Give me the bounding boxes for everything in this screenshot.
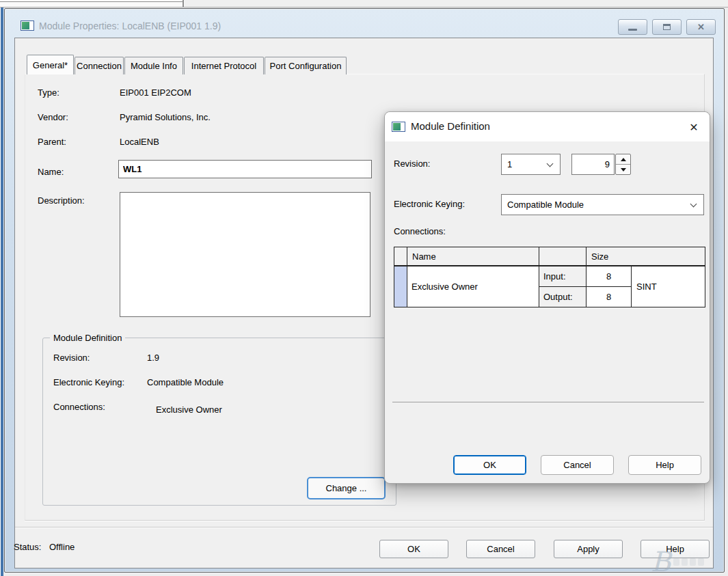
revision-major-value: 1 — [507, 159, 512, 169]
minimize-button[interactable] — [618, 19, 647, 35]
maximize-icon — [663, 24, 671, 30]
help-button[interactable]: Help — [641, 540, 710, 558]
tab-general-label: General* — [33, 60, 68, 70]
tab-connection[interactable]: Connection — [75, 57, 124, 74]
status-label: Status: — [14, 542, 41, 552]
dialog-help-label: Help — [656, 460, 674, 470]
revision-minor-spinner[interactable] — [615, 154, 631, 175]
ok-button-label: OK — [407, 544, 420, 554]
help-button-label: Help — [666, 544, 684, 554]
row-selector-cell[interactable] — [394, 266, 407, 307]
dialog-title: Module Definition — [411, 120, 490, 132]
electronic-keying-dropdown[interactable]: Compatible Module — [501, 194, 704, 215]
dialog-ok-label: OK — [483, 460, 496, 470]
dialog-close-icon: ✕ — [689, 121, 698, 134]
dialog-close-button[interactable]: ✕ — [686, 120, 701, 135]
background-rule — [0, 1, 183, 2]
background-tick — [183, 0, 184, 7]
tab-internet-protocol-label: Internet Protocol — [191, 61, 256, 71]
background-left-edge — [0, 8, 3, 576]
input-size-cell[interactable]: 8 — [587, 266, 632, 287]
cancel-button[interactable]: Cancel — [466, 540, 535, 558]
background-strip — [185, 0, 728, 7]
tab-connection-label: Connection — [77, 61, 122, 71]
table-header-size: Size — [587, 247, 705, 266]
dialog-ok-button[interactable]: OK — [453, 455, 526, 475]
background-divider — [0, 7, 728, 8]
module-definition-dialog: Module Definition ✕ Revision: 1 9 Electr… — [384, 111, 710, 484]
window-title: Module Properties: LocalENB (EIP001 1.9) — [39, 20, 221, 31]
output-size-cell[interactable]: 8 — [587, 287, 632, 307]
data-type-cell[interactable]: SINT — [632, 266, 705, 307]
ok-button[interactable]: OK — [379, 540, 448, 558]
dialog-keying-label: Electronic Keying: — [394, 199, 465, 209]
input-label-cell: Input: — [539, 266, 587, 287]
table-header-blank — [539, 247, 587, 266]
window-icon — [21, 20, 34, 31]
tab-module-info[interactable]: Module Info — [124, 57, 183, 74]
maximize-button[interactable] — [652, 19, 682, 35]
close-button[interactable]: ✕ — [686, 19, 716, 35]
dialog-help-button[interactable]: Help — [628, 455, 701, 475]
electronic-keying-value: Compatible Module — [507, 200, 584, 210]
arrow-up-icon — [621, 158, 626, 161]
table-corner-cell — [394, 247, 407, 266]
chevron-down-icon — [547, 161, 554, 167]
tab-port-configuration-label: Port Configuration — [270, 61, 342, 71]
dialog-cancel-label: Cancel — [563, 460, 591, 470]
apply-button-label: Apply — [577, 544, 599, 554]
tab-general[interactable]: General* — [27, 55, 74, 74]
tab-module-info-label: Module Info — [131, 61, 177, 71]
spin-up-button[interactable] — [616, 154, 630, 164]
revision-minor-input[interactable]: 9 — [571, 154, 615, 175]
dialog-separator — [392, 402, 704, 402]
output-label-cell: Output: — [539, 287, 587, 307]
connection-name-cell[interactable]: Exclusive Owner — [407, 266, 539, 307]
apply-button[interactable]: Apply — [554, 540, 623, 558]
status-value: Offline — [49, 542, 75, 552]
minimize-icon — [628, 29, 637, 31]
chevron-down-icon — [690, 201, 697, 208]
revision-major-dropdown[interactable]: 1 — [501, 154, 561, 175]
cancel-button-label: Cancel — [487, 544, 514, 554]
tab-port-configuration[interactable]: Port Configuration — [265, 57, 347, 74]
dialog-connections-label: Connections: — [394, 226, 446, 236]
dialog-icon — [392, 122, 405, 132]
dialog-cancel-button[interactable]: Cancel — [541, 455, 614, 475]
arrow-down-icon — [621, 168, 626, 172]
connections-table: Name Size Exclusive Owner Input: 8 SINT … — [394, 247, 705, 307]
status-separator — [15, 527, 713, 528]
revision-minor-value: 9 — [605, 159, 610, 169]
tab-internet-protocol[interactable]: Internet Protocol — [184, 57, 264, 74]
spin-down-button[interactable] — [616, 164, 630, 174]
close-icon: ✕ — [697, 23, 705, 31]
dialog-revision-label: Revision: — [394, 159, 430, 169]
table-header-name: Name — [407, 247, 539, 266]
